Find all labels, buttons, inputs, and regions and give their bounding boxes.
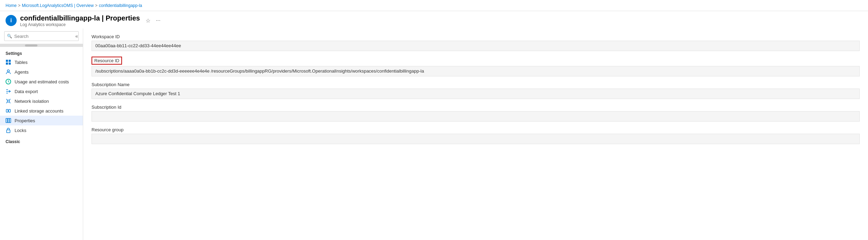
sidebar-collapse-button[interactable]: « (73, 33, 80, 40)
tables-icon (6, 59, 11, 65)
svg-rect-12 (7, 130, 10, 133)
sidebar-item-locks[interactable]: Locks (0, 125, 83, 135)
subscription-id-label: Subscription Id (92, 105, 860, 110)
subscription-id-block: Subscription Id (92, 105, 860, 122)
properties-label: Properties (15, 118, 35, 123)
agents-label: Agents (15, 69, 28, 75)
sidebar-section-classic: Classic (0, 135, 83, 146)
resource-group-block: Resource group (92, 127, 860, 144)
breadcrumb: Home > Microsoft.LogAnalyticsOMS | Overv… (0, 0, 868, 11)
main-layout: 🔍 « Settings Tables Agents (0, 28, 868, 240)
search-icon: 🔍 (7, 34, 12, 39)
svg-rect-3 (9, 63, 11, 65)
sidebar-section-settings: Settings (0, 47, 83, 57)
svg-rect-10 (8, 118, 9, 123)
properties-icon (6, 118, 11, 123)
data-export-icon (6, 89, 11, 94)
more-options-button[interactable]: ··· (155, 16, 162, 25)
resource-id-value: /subscriptions/aaaa0a0a-bb1b-cc2c-dd3d-e… (92, 66, 860, 76)
page-title: confidentialbillingapp-la | Properties (20, 14, 140, 22)
favorite-button[interactable]: ☆ (144, 16, 152, 25)
subscription-name-value: Azure Confidential Compute Ledger Test 1 (92, 89, 860, 99)
workspace-id-label: Workspace ID (92, 34, 860, 39)
subscription-id-value (92, 111, 860, 122)
workspace-id-value: 00aa00aa-bb11-cc22-dd33-44ee44ee44ee (92, 41, 860, 51)
resource-group-value (92, 134, 860, 144)
usage-icon (6, 79, 11, 84)
svg-rect-8 (9, 109, 10, 112)
svg-rect-1 (9, 60, 11, 62)
svg-rect-9 (6, 118, 7, 123)
breadcrumb-home[interactable]: Home (6, 3, 17, 8)
network-label: Network isolation (15, 99, 49, 104)
subscription-name-block: Subscription Name Azure Confidential Com… (92, 82, 860, 99)
sidebar: 🔍 « Settings Tables Agents (0, 28, 83, 240)
sidebar-item-tables[interactable]: Tables (0, 57, 83, 67)
search-input[interactable] (4, 31, 79, 41)
breadcrumb-resource[interactable]: Microsoft.LogAnalyticsOMS | Overview (22, 3, 94, 8)
page-header: i confidentialbillingapp-la | Properties… (0, 11, 868, 28)
sidebar-item-agents[interactable]: Agents (0, 67, 83, 77)
network-icon (6, 98, 11, 104)
sidebar-item-linked-storage[interactable]: Linked storage accounts (0, 106, 83, 116)
svg-point-4 (7, 70, 9, 72)
locks-icon (6, 127, 11, 133)
svg-rect-0 (6, 60, 8, 62)
locks-label: Locks (15, 128, 26, 133)
tables-label: Tables (15, 60, 28, 65)
agents-icon (6, 69, 11, 75)
breadcrumb-current: confidentialbillingapp-la (99, 3, 142, 8)
subscription-name-label: Subscription Name (92, 82, 860, 87)
page-subtitle: Log Analytics workspace (20, 22, 140, 27)
svg-rect-7 (6, 109, 8, 112)
svg-rect-2 (6, 63, 8, 65)
sidebar-item-properties[interactable]: Properties (0, 116, 83, 125)
data-export-label: Data export (15, 89, 38, 94)
sidebar-scroll-indicator (0, 44, 83, 47)
workspace-id-block: Workspace ID 00aa00aa-bb11-cc22-dd33-44e… (92, 34, 860, 51)
linked-storage-icon (6, 108, 11, 114)
sidebar-item-network[interactable]: Network isolation (0, 96, 83, 106)
resource-group-label: Resource group (92, 127, 860, 132)
sidebar-item-data-export[interactable]: Data export (0, 86, 83, 96)
sidebar-scroll-thumb (25, 44, 37, 47)
usage-label: Usage and estimated costs (15, 79, 69, 84)
linked-storage-label: Linked storage accounts (15, 108, 63, 114)
sidebar-search-container: 🔍 « (0, 28, 83, 44)
resource-id-label: Resource ID (92, 57, 122, 65)
sidebar-item-usage[interactable]: Usage and estimated costs (0, 77, 83, 86)
resource-id-block: Resource ID /subscriptions/aaaa0a0a-bb1b… (92, 57, 860, 76)
content-area: Workspace ID 00aa00aa-bb11-cc22-dd33-44e… (83, 28, 868, 240)
svg-rect-11 (9, 118, 11, 123)
header-icon: i (6, 15, 17, 26)
